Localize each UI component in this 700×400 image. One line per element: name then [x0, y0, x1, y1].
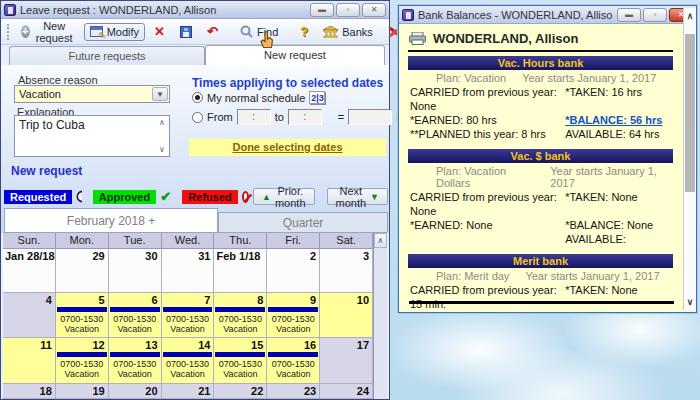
- calendar-day[interactable]: 17: [320, 338, 373, 384]
- year-start-label: Year starts January 1, 2017: [525, 270, 659, 282]
- calendar-day[interactable]: 31: [162, 249, 215, 293]
- calendar-day[interactable]: 2: [267, 249, 320, 293]
- calendar-day[interactable]: 10: [320, 293, 373, 338]
- normal-schedule-radio[interactable]: [192, 92, 203, 103]
- explanation-textarea[interactable]: Trip to Cuba: [14, 115, 170, 157]
- plan-label: Plan: Merit day: [436, 270, 509, 282]
- new-request-heading: New request: [11, 164, 82, 178]
- help-button[interactable]: ?: [294, 21, 314, 42]
- plan-label: Plan: Vacation Dollars: [436, 165, 534, 189]
- toolbar: + New request Modify ✕ ↶ Find ? Banks: [1, 19, 389, 45]
- bank-title: Merit bank: [408, 254, 673, 268]
- employee-name: WONDERLAND, Allison: [433, 31, 578, 46]
- balance-link[interactable]: *BALANCE: 56 hrs: [565, 113, 673, 127]
- calendar-week-row: Jan 28/18 29 30 31 Feb 1/18 2 3: [3, 249, 373, 293]
- chevron-down-icon[interactable]: ▼: [152, 87, 168, 101]
- calendar-day[interactable]: 22: [214, 384, 267, 399]
- bank-title: Vac. Hours bank: [408, 56, 673, 70]
- calendar-day-vacation[interactable]: 70700-1530Vacation: [162, 293, 215, 338]
- close-button[interactable]: ✕: [362, 3, 386, 17]
- to-time-input[interactable]: :: [288, 109, 322, 125]
- app-icon: [402, 9, 414, 21]
- bank-scrollbar[interactable]: ∧ ∨: [683, 8, 696, 310]
- calendar-day-vacation[interactable]: 120700-1530Vacation: [56, 338, 109, 384]
- done-selecting-dates-link[interactable]: Done selecting dates: [232, 141, 342, 153]
- scroll-down-icon[interactable]: ∨: [156, 145, 168, 154]
- hours-input[interactable]: [348, 109, 392, 125]
- calendar-day[interactable]: 11: [3, 338, 56, 384]
- modify-button[interactable]: Modify: [84, 23, 145, 41]
- month-tabs: February 2018 + Quarter: [4, 208, 388, 232]
- year-start-label: Year starts January 1, 2017: [550, 165, 673, 189]
- calendar-day[interactable]: Jan 28/18: [3, 249, 56, 293]
- calendar-day[interactable]: Feb 1/18: [214, 249, 267, 293]
- requested-bar: [163, 307, 213, 312]
- calendar-day-vacation[interactable]: 130700-1530Vacation: [109, 338, 162, 384]
- tab-current-month[interactable]: February 2018 +: [4, 208, 218, 232]
- scroll-up-icon[interactable]: ∧: [374, 233, 387, 248]
- calendar-day[interactable]: 21: [162, 384, 215, 399]
- edit-icon: [90, 26, 103, 37]
- refused-badge: Refused: [182, 190, 237, 204]
- schedule-icon[interactable]: 2|3: [309, 91, 325, 104]
- calendar-day-vacation[interactable]: 50700-1530Vacation: [56, 293, 109, 338]
- minimize-button[interactable]: ▬: [617, 8, 641, 22]
- calendar-day[interactable]: 23: [267, 384, 320, 399]
- maximize-button[interactable]: ▫: [336, 3, 360, 17]
- minimize-button[interactable]: ▬: [310, 3, 334, 17]
- calendar-scrollbar[interactable]: ∧: [373, 233, 387, 399]
- status-legend: Requested Approved ✔ Refused ▲ Prior. mo…: [4, 188, 388, 205]
- scrollbar-thumb[interactable]: [685, 34, 695, 192]
- times-heading: Times appliying to selected dates: [192, 76, 383, 90]
- calendar-day-vacation[interactable]: 150700-1530Vacation: [214, 338, 267, 384]
- requested-bar: [215, 307, 265, 312]
- leave-request-window: Leave request : WONDERLAND, Allison ▬ ▫ …: [0, 0, 390, 400]
- tab-new-request[interactable]: New request: [205, 45, 385, 65]
- calendar-day-vacation[interactable]: 140700-1530Vacation: [162, 338, 215, 384]
- calendar-week-row: 4 50700-1530Vacation 60700-1530Vacation …: [3, 293, 373, 338]
- requested-bar: [57, 352, 107, 357]
- delete-button[interactable]: ✕: [148, 21, 171, 42]
- absence-reason-select[interactable]: Vacation ▼: [14, 85, 170, 103]
- calendar-day[interactable]: 30: [109, 249, 162, 293]
- calendar-week-row: 11 120700-1530Vacation 130700-1530Vacati…: [3, 338, 373, 384]
- help-icon: ?: [300, 24, 308, 39]
- from-time-radio[interactable]: [192, 112, 203, 123]
- maximize-button[interactable]: ▫: [643, 8, 667, 22]
- tab-quarter[interactable]: Quarter: [218, 212, 388, 232]
- save-button[interactable]: [174, 23, 198, 41]
- bottom-divider: [409, 301, 674, 304]
- calendar-day[interactable]: 29: [56, 249, 109, 293]
- prior-month-button[interactable]: ▲ Prior. month: [253, 188, 315, 205]
- requested-bar: [163, 352, 213, 357]
- calendar: Sun. Mon. Tue. Wed. Thu. Fri. Sat. Jan 2…: [3, 232, 387, 399]
- day-header: Tue.: [109, 233, 162, 249]
- plan-label: Plan: Vacation: [436, 72, 506, 84]
- scroll-up-icon[interactable]: ∧: [156, 118, 168, 127]
- bank-balances-window: Bank Balances - WONDERLAND, Allison ▬ ▫ …: [398, 5, 697, 313]
- scroll-up-icon[interactable]: ∧: [684, 11, 696, 21]
- calendar-day[interactable]: 19: [56, 384, 109, 399]
- requested-bar: [110, 352, 160, 357]
- calendar-day-vacation[interactable]: 60700-1530Vacation: [109, 293, 162, 338]
- calendar-day-vacation[interactable]: 90700-1530Vacation: [267, 293, 320, 338]
- from-time-input[interactable]: :: [237, 109, 271, 125]
- bank-window-titlebar[interactable]: Bank Balances - WONDERLAND, Allison ▬ ▫ …: [399, 6, 696, 24]
- next-month-button[interactable]: Next month ▼: [327, 188, 388, 205]
- calendar-day-vacation[interactable]: 160700-1530Vacation: [267, 338, 320, 384]
- undo-button[interactable]: ↶: [201, 24, 224, 40]
- new-request-button[interactable]: + New request: [15, 17, 81, 47]
- calendar-day[interactable]: 24: [320, 384, 373, 399]
- calendar-day[interactable]: 3: [320, 249, 373, 293]
- banks-button[interactable]: Banks: [317, 23, 379, 41]
- scroll-down-icon[interactable]: ∨: [684, 297, 696, 307]
- arrow-down-icon: ▼: [370, 192, 379, 202]
- requested-bar: [110, 307, 160, 312]
- tab-future-requests[interactable]: Future requests: [9, 46, 205, 65]
- arrow-up-icon: ▲: [262, 192, 271, 202]
- from-label: From: [207, 111, 233, 123]
- calendar-day[interactable]: 20: [109, 384, 162, 399]
- calendar-day[interactable]: 4: [3, 293, 56, 338]
- calendar-day-vacation[interactable]: 80700-1530Vacation: [214, 293, 267, 338]
- calendar-day[interactable]: 18: [3, 384, 56, 399]
